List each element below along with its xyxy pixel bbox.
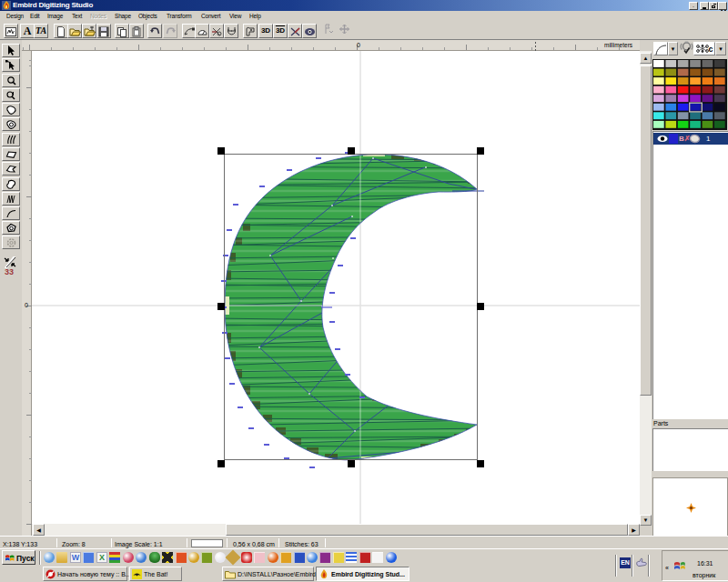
svg-text:c: c xyxy=(709,45,713,54)
